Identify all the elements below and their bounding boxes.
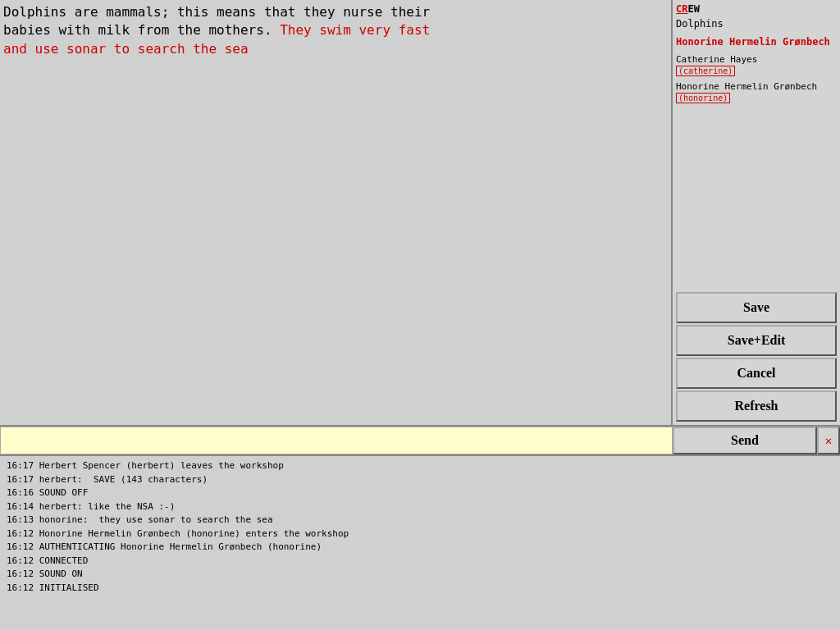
refresh-button[interactable]: Refresh bbox=[676, 390, 837, 422]
crew-cr: CR bbox=[676, 3, 687, 15]
doc-title: Dolphins bbox=[676, 18, 837, 30]
current-user-header: Honorine Hermelin Grønbech bbox=[676, 36, 837, 48]
log-line: 16:12 Honorine Hermelin Grønbech (honori… bbox=[7, 527, 833, 541]
user-entry-honorine: Honorine Hermelin Grønbech (honorine) bbox=[676, 81, 837, 103]
editor-line2-red: They swim very fast bbox=[272, 22, 431, 38]
save-button[interactable]: Save bbox=[676, 292, 837, 323]
user-name-honorine: Honorine Hermelin Grønbech bbox=[676, 81, 837, 92]
message-area: Send ✕ bbox=[0, 427, 840, 456]
user-name-catherine: Catherine Hayes bbox=[676, 54, 837, 65]
editor-content: Dolphins are mammals; this means that th… bbox=[3, 3, 668, 58]
crew-header: CREW bbox=[676, 3, 837, 15]
log-line: 16:12 INITIALISED bbox=[7, 582, 833, 596]
sidebar: CREW Dolphins Honorine Hermelin Grønbech… bbox=[673, 0, 840, 425]
editor-panel[interactable]: Dolphins are mammals; this means that th… bbox=[0, 0, 673, 425]
log-line: 16:17 Herbert Spencer (herbert) leaves t… bbox=[7, 459, 833, 473]
top-area: Dolphins are mammals; this means that th… bbox=[0, 0, 840, 427]
cancel-button[interactable]: Cancel bbox=[676, 358, 837, 389]
editor-line3-red: and use sonar to search the sea bbox=[3, 41, 249, 57]
log-line: 16:12 AUTHENTICATING Honorine Hermelin G… bbox=[7, 541, 833, 555]
crew-ew: EW bbox=[687, 3, 699, 15]
send-area: Send ✕ bbox=[673, 427, 840, 454]
log-line: 16:13 honorine: they use sonar to search… bbox=[7, 514, 833, 527]
sidebar-buttons: Save Save+Edit Cancel Refresh bbox=[676, 292, 837, 422]
log-area: 16:17 Herbert Spencer (herbert) leaves t… bbox=[0, 456, 840, 630]
send-button[interactable]: Send bbox=[673, 427, 817, 454]
user-tag-catherine: (catherine) bbox=[676, 66, 735, 76]
user-entry-catherine: Catherine Hayes (catherine) bbox=[676, 54, 837, 76]
log-line: 16:16 SOUND OFF bbox=[7, 486, 833, 500]
save-edit-button[interactable]: Save+Edit bbox=[676, 325, 837, 356]
editor-line1: Dolphins are mammals; this means that th… bbox=[3, 4, 430, 20]
log-line: 16:12 CONNECTED bbox=[7, 555, 833, 568]
message-input[interactable] bbox=[0, 427, 673, 454]
main-container: Dolphins are mammals; this means that th… bbox=[0, 0, 840, 630]
log-line: 16:12 SOUND ON bbox=[7, 568, 833, 582]
log-line: 16:14 herbert: like the NSA :-) bbox=[7, 500, 833, 514]
user-tag-honorine: (honorine) bbox=[676, 93, 730, 103]
log-line: 16:17 herbert: SAVE (143 characters) bbox=[7, 473, 833, 487]
editor-line2-black: babies with milk from the mothers. bbox=[3, 22, 272, 38]
close-button[interactable]: ✕ bbox=[817, 427, 840, 454]
